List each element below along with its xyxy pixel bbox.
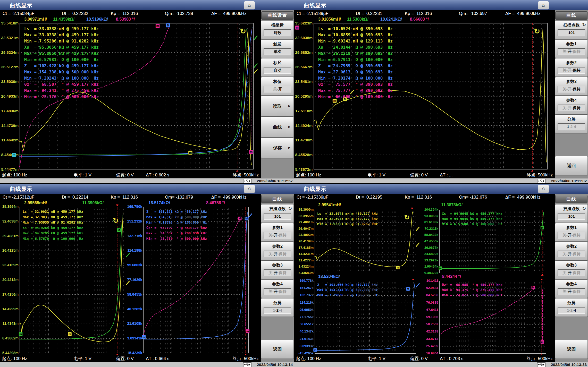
readout-row: Xs = 95.3056 kΩ @ 459.177 kHz	[24, 44, 99, 50]
footer-value: 终点: 500kHz	[527, 355, 553, 362]
y-axis-label: 58.6551k	[294, 322, 314, 326]
menu-button-7[interactable]: 保存►	[261, 138, 294, 158]
menu-button-2[interactable]: 参数1关-开-保持	[555, 39, 588, 58]
menu-button-5[interactable]: 参数4关-开-保持	[261, 279, 294, 298]
value-option: 4	[574, 124, 576, 129]
page-title: 曲线显示	[304, 185, 326, 193]
value-option: 开	[568, 270, 572, 275]
y-axis-label: 20.4139m	[294, 239, 314, 243]
menu-button-6[interactable]: 分屏1-2-4	[555, 298, 588, 317]
back-button[interactable]: 返回	[555, 340, 588, 359]
marker-box-M: M	[406, 287, 410, 291]
autoscale-rotate-icon[interactable]: ↻	[404, 214, 410, 221]
status-value: Kp = 112.016	[405, 10, 432, 17]
y-axis-label: 29.4081m	[0, 234, 19, 238]
home-button[interactable]: ⌂	[538, 185, 549, 193]
home-button[interactable]: ⌂	[244, 1, 255, 10]
y-axis-label: 5.43683m	[294, 271, 314, 275]
autoscale-rotate-icon[interactable]: ↻	[113, 217, 119, 225]
menu-header: 曲线	[261, 195, 293, 203]
y-axis-label: 23.5481m	[294, 79, 313, 84]
footer-value: 起点: 100 Hz	[296, 355, 321, 362]
y-axis-label: 20.4212m	[0, 278, 19, 282]
menu-button-6[interactable]: 分屏1-2-4	[261, 298, 294, 317]
svg-text:m: m	[142, 336, 145, 339]
menu-button-2[interactable]: 触发单次	[261, 39, 294, 58]
menu-button-1[interactable]: 扫描点数↻101	[555, 204, 588, 223]
value-option: 开	[274, 233, 278, 237]
y-axis-label: 84.5260	[418, 293, 438, 297]
menu-button-3[interactable]: 参数2关-开-保持	[555, 242, 588, 260]
readout-row: Z = 24.7959 Ω @ 390.693 Hz	[318, 63, 393, 69]
title-bar: 曲线显示⌂	[294, 0, 588, 11]
y-axis-label: 25.4289	[418, 344, 438, 348]
value-option: 保持	[279, 289, 287, 294]
status-value: Qm= -102.697	[459, 10, 487, 17]
menu-button-6[interactable]: 曲线►	[261, 117, 294, 137]
footer-value: 电平: 1 V	[74, 355, 91, 362]
instrument-screen: 曲线显示⌂Ct = -2.15084μFDt = 0.22232Kp = 112…	[0, 0, 588, 367]
menu-button-6[interactable]: 分屏1-2-4	[555, 115, 588, 133]
back-button[interactable]: 返回	[261, 340, 294, 359]
marker-box-M: M	[117, 228, 121, 232]
footer-value: 电平: 1 V	[74, 172, 91, 179]
bottom-strip: 2022/04/06 10:13:14	[0, 362, 294, 367]
status-value: Ct = -2.15084μF	[3, 10, 35, 17]
y-axis-label: 50.7562	[418, 322, 438, 326]
y-axis-label: 23.5030m	[0, 79, 19, 84]
footer-value: 偏置: 0 V	[116, 172, 134, 179]
status-line: Ct = -2.15189μFDt = 0.22231Kp = 112.016Q…	[294, 10, 555, 17]
marker-box-m: m	[188, 151, 192, 155]
menu-button-label: 参数1	[261, 225, 293, 231]
menu-button-label: 分屏	[555, 117, 587, 122]
menu-button-label: 参数4	[261, 281, 293, 287]
menu-button-value: 1-2-4	[264, 307, 291, 314]
readout-row: Max = 95.3056 kΩ @ 459.177 kHz	[24, 50, 99, 57]
menu-button-value: 关-开-保持	[264, 269, 291, 276]
home-button[interactable]: ⌂	[538, 1, 549, 10]
readout-row: Min = 7.19828 Ω @ 100.000 Hz	[317, 293, 378, 298]
menu-button-5[interactable]: 参数4关-开-保持	[555, 279, 588, 298]
y-axis-label: 32.5321m	[0, 36, 19, 40]
menu-button-1[interactable]: 扫描点数↻101	[261, 204, 294, 223]
home-button[interactable]: ⌂	[244, 185, 255, 193]
menu-button-1[interactable]: 横坐标对数	[261, 21, 294, 39]
autoscale-rotate-icon[interactable]: ↻	[534, 27, 540, 35]
menu-button-label: 扫描点数↻	[261, 206, 293, 212]
chart-area: 35.3994m32.4038m29.4081m26.4125m23.4169m…	[0, 201, 261, 355]
menu-button-4[interactable]: 参数3关-开-保持	[555, 77, 588, 96]
menu-button-4[interactable]: 参数3关-开-保持	[261, 261, 294, 279]
menu-button-label: 分屏	[261, 300, 293, 306]
value-option: 开	[568, 87, 572, 91]
svg-text:M: M	[407, 288, 409, 291]
status-line: Ct = -2.15339μFDt = 0.22195Kp = 112.016Q…	[294, 194, 555, 201]
y-axis-label: -15.4239k	[123, 351, 142, 355]
menu-button-1[interactable]: 扫描点数↻101	[555, 21, 588, 39]
readout-row: Z = 101.666 kΩ @ 459.177 kHz	[317, 282, 378, 287]
menu-button-3[interactable]: 标尺自动	[261, 58, 294, 77]
menu-button-5[interactable]: 读取►	[261, 96, 294, 116]
menu-button-value: 自动	[264, 67, 291, 74]
menu-button-3[interactable]: 参数2关-开-保持	[261, 242, 294, 260]
value-option: 101	[274, 214, 281, 218]
readout-row: Xs = 94.9045 kΩ @ 459.177 kHz	[442, 211, 502, 216]
readout-row: Min = 7.95286 mH @ 91.0282 kHz	[24, 38, 99, 44]
value-option: 101	[568, 214, 575, 218]
back-button[interactable]: 返回	[555, 156, 588, 175]
y-axis-label: 21.6143k	[294, 337, 314, 341]
menu-button-4[interactable]: 参数3关-开-保持	[555, 261, 588, 279]
menu-button-label: 横坐标	[261, 23, 293, 28]
readout-row: Min = 6.57608 Ω @ 100.000 Hz	[442, 221, 502, 227]
autoscale-rotate-icon[interactable]: ↻	[240, 27, 246, 35]
y-axis-label: 13.2923k	[418, 258, 438, 262]
menu-button-4[interactable]: 极值关-开	[261, 77, 294, 96]
menu-button-2[interactable]: 参数1关-开-保持	[555, 223, 588, 242]
menu-button-3[interactable]: 参数2关-开-保持	[555, 58, 588, 77]
menu-button-5[interactable]: 参数4关-开-保持	[555, 96, 588, 114]
menu-header: 曲线	[555, 195, 587, 203]
value-option: 101	[568, 30, 575, 35]
menu-button-2[interactable]: 参数1关-开-保持	[261, 223, 294, 242]
status-value: ΔF = 499.900kHz	[505, 194, 541, 201]
y-axis-label: 26.5667m	[294, 65, 313, 69]
value-option: 关	[562, 49, 566, 54]
